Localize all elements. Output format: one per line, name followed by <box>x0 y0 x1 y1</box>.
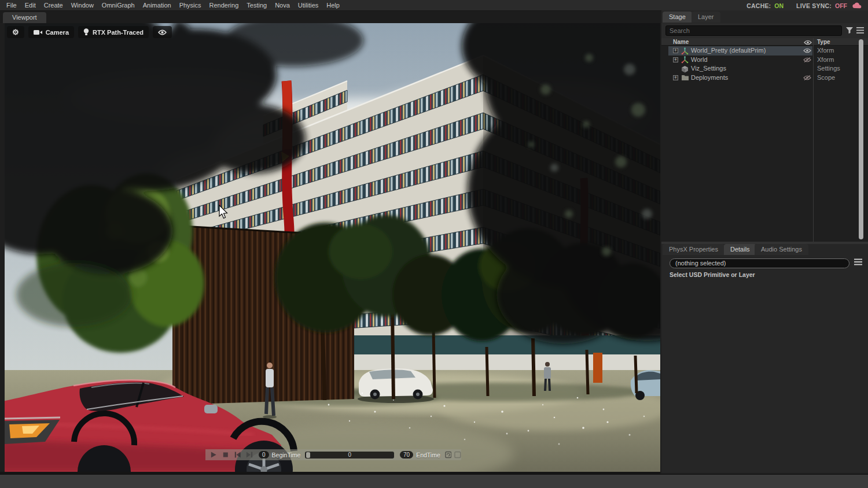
status-indicators: CACHE: ON LIVE SYNC: OFF <box>746 0 862 11</box>
live-sync-label: LIVE SYNC: <box>796 2 832 9</box>
prim-type: Xform <box>817 47 834 54</box>
orange-pillar <box>593 353 602 383</box>
renderer-label: RTX Path-Traced <box>93 29 144 36</box>
expand-icon[interactable]: + <box>673 75 678 80</box>
right-panel: Stage Layer Name Type <box>661 10 868 473</box>
viewport-toolbar: ⚙ Camera RTX Path-Traced <box>7 26 172 38</box>
menu-help[interactable]: Help <box>322 1 344 10</box>
prim-type: Xform <box>817 56 834 63</box>
menu-testing[interactable]: Testing <box>242 1 271 10</box>
cube-icon <box>681 65 689 73</box>
prim-type: Settings <box>817 65 840 72</box>
xform-axis-icon <box>681 47 689 55</box>
stage-tree: Name Type + World_Pretty (defaultPrim) <box>661 38 868 242</box>
end-time-value[interactable]: 70 <box>400 451 413 459</box>
stage-search-row <box>661 23 868 38</box>
visibility-button[interactable] <box>153 26 172 38</box>
column-name[interactable]: Name <box>673 39 689 45</box>
skip-to-start-button[interactable] <box>234 452 241 458</box>
live-sync-cloud-icon[interactable] <box>852 2 862 9</box>
camera-icon <box>34 29 42 35</box>
menu-file[interactable]: File <box>2 1 21 10</box>
properties-tab-strip: PhysX Properties Details Audio Settings <box>661 244 868 255</box>
mouse-cursor <box>219 205 229 220</box>
stage-options-icon[interactable] <box>856 27 864 34</box>
gear-icon: ⚙ <box>12 28 19 36</box>
details-options-icon[interactable] <box>854 258 862 265</box>
menu-rendering[interactable]: Rendering <box>205 1 243 10</box>
menu-create[interactable]: Create <box>40 1 67 10</box>
prim-name[interactable]: Deployments <box>691 74 728 81</box>
tab-layer[interactable]: Layer <box>692 12 720 23</box>
eye-visible-icon[interactable] <box>803 48 811 53</box>
stop-button[interactable] <box>222 452 230 458</box>
menu-utilities[interactable]: Utilities <box>294 1 322 10</box>
menu-items: File Edit Create Window OmniGraph Animat… <box>2 1 344 10</box>
renderer-selector-button[interactable]: RTX Path-Traced <box>78 26 149 38</box>
prim-name[interactable]: Viz_Settings <box>691 65 726 72</box>
visibility-column-icon <box>804 40 812 45</box>
tab-viewport[interactable]: Viewport <box>3 12 46 23</box>
details-panel: (nothing selected) Select USD Primitive … <box>661 255 868 473</box>
loop-button[interactable] <box>445 451 452 459</box>
viewport-tab-strip: Viewport <box>0 11 660 23</box>
xform-axis-icon <box>681 56 689 64</box>
tree-row-viz-settings[interactable]: Viz_Settings Settings <box>661 64 868 73</box>
viewport-scene <box>5 23 660 472</box>
menu-omnigraph[interactable]: OmniGraph <box>98 1 139 10</box>
cache-label: CACHE: <box>746 2 771 9</box>
status-bar <box>0 474 868 488</box>
menu-bar: File Edit Create Window OmniGraph Animat… <box>0 0 868 11</box>
end-time-label: EndTime <box>416 452 440 459</box>
selection-status: (nothing selected) <box>670 258 849 268</box>
filter-icon[interactable] <box>846 27 853 34</box>
expand-icon[interactable]: + <box>673 57 678 62</box>
white-suv <box>358 368 434 403</box>
prim-name[interactable]: World_Pretty (defaultPrim) <box>691 47 766 54</box>
timeline-slider[interactable]: 0 <box>305 452 394 459</box>
lightbulb-icon <box>83 28 89 36</box>
camera-selector-button[interactable]: Camera <box>28 26 74 38</box>
tab-stage[interactable]: Stage <box>663 12 692 23</box>
camera-label: Camera <box>46 29 69 36</box>
begin-time-value[interactable]: 0 <box>259 451 269 459</box>
play-button[interactable] <box>210 452 218 458</box>
menu-physics[interactable]: Physics <box>175 1 205 10</box>
cache-value: ON <box>774 2 784 9</box>
prim-type: Scope <box>817 74 835 81</box>
live-sync-value: OFF <box>835 2 847 9</box>
column-type[interactable]: Type <box>817 39 830 45</box>
viewport-settings-button[interactable]: ⚙ <box>7 26 24 38</box>
omniverse-app-window: File Edit Create Window OmniGraph Animat… <box>0 0 868 488</box>
begin-time-label: BeginTime <box>272 452 301 459</box>
tab-audio-settings[interactable]: Audio Settings <box>755 244 808 255</box>
menu-edit[interactable]: Edit <box>21 1 40 10</box>
eye-hidden-icon[interactable] <box>803 57 811 62</box>
current-frame-value: 0 <box>305 452 394 459</box>
tab-details[interactable]: Details <box>724 244 756 255</box>
folder-icon <box>681 74 689 81</box>
timeline-options-button[interactable] <box>454 451 461 459</box>
menu-window[interactable]: Window <box>67 1 98 10</box>
viewport-canvas[interactable]: ⚙ Camera RTX Path-Traced <box>5 23 660 472</box>
tree-row-world[interactable]: + World Xform <box>661 56 868 65</box>
menu-animation[interactable]: Animation <box>139 1 175 10</box>
selection-hint: Select USD Primitive or Layer <box>670 271 755 278</box>
skip-to-end-button[interactable] <box>246 452 253 458</box>
tree-scrollbar[interactable] <box>859 39 863 239</box>
tree-row-deployments[interactable]: + Deployments Scope <box>661 73 868 83</box>
eye-hidden-icon[interactable] <box>803 75 811 80</box>
tree-header: Name Type <box>661 38 868 46</box>
menu-nova[interactable]: Nova <box>271 1 294 10</box>
search-input[interactable] <box>665 25 842 36</box>
tree-row-world-pretty[interactable]: + World_Pretty (defaultPrim) Xform <box>661 46 868 56</box>
eye-icon <box>158 29 167 35</box>
timeline-bar: 0 BeginTime 0 70 EndTime <box>205 449 461 460</box>
tab-physx-properties[interactable]: PhysX Properties <box>663 244 724 255</box>
expand-icon[interactable]: + <box>673 48 678 53</box>
prim-name[interactable]: World <box>691 56 708 63</box>
